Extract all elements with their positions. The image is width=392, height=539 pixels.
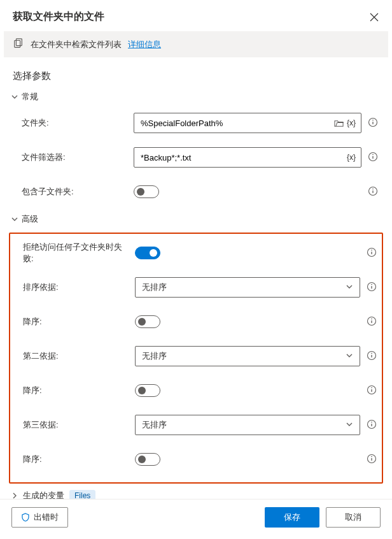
svg-point-22 [371, 352, 372, 354]
browse-folder-button[interactable] [333, 119, 346, 128]
row-folder: 文件夹: {x} [22, 110, 379, 136]
section-select-params: 选择参数 [13, 70, 379, 82]
help-include-sub[interactable] [368, 186, 378, 198]
row-desc1: 降序: [23, 309, 378, 334]
svg-rect-1 [16, 39, 22, 46]
chevron-down-icon [346, 283, 353, 292]
on-error-label: 出错时 [34, 512, 59, 523]
info-icon [367, 282, 377, 292]
dialog-body: 选择参数 常规 文件夹: {x} 文件筛选器: [0, 65, 392, 499]
group-label-generated-vars: 生成的变量 [23, 490, 64, 499]
group-label-general: 常规 [22, 91, 38, 103]
label-filter: 文件筛选器: [22, 152, 129, 163]
on-error-button[interactable]: 出错时 [11, 507, 68, 528]
label-sort-by: 排序依据: [23, 282, 130, 293]
row-third-by: 第三依据: 无排序 [23, 412, 378, 438]
close-icon [370, 13, 379, 22]
label-third-by: 第三依据: [23, 419, 130, 431]
toggle-include-sub[interactable] [134, 185, 159, 198]
help-fail-on-deny[interactable] [367, 247, 377, 259]
svg-point-16 [371, 284, 372, 285]
row-desc3: 降序: [23, 447, 378, 472]
chevron-down-icon [11, 215, 18, 224]
svg-point-25 [371, 387, 372, 388]
help-sort-by[interactable] [367, 282, 377, 294]
footer-right-buttons: 保存 取消 [265, 507, 381, 528]
folder-open-icon [334, 119, 344, 128]
info-icon [367, 419, 377, 429]
info-text: 在文件夹中检索文件列表 [31, 39, 122, 50]
info-icon [368, 152, 378, 162]
toggle-desc1[interactable] [135, 315, 160, 328]
select-sort-by[interactable]: 无排序 [135, 277, 360, 298]
svg-point-31 [371, 456, 372, 457]
help-folder[interactable] [368, 117, 378, 129]
help-second-by[interactable] [367, 350, 377, 363]
chevron-down-icon [346, 352, 353, 361]
help-filter[interactable] [368, 152, 378, 164]
folder-input[interactable] [141, 119, 333, 128]
info-icon [367, 247, 377, 257]
svg-point-10 [372, 188, 374, 189]
help-third-by[interactable] [367, 419, 377, 431]
cancel-button[interactable]: 取消 [326, 507, 381, 528]
chevron-down-icon [11, 92, 18, 102]
group-header-general[interactable]: 常规 [11, 91, 379, 103]
variable-pill-files[interactable]: Files [69, 490, 95, 499]
chevron-down-icon [346, 420, 353, 430]
filter-input[interactable] [141, 153, 346, 162]
save-button[interactable]: 保存 [265, 507, 319, 528]
info-icon [368, 186, 378, 196]
variable-picker-button[interactable]: {x} [346, 119, 357, 127]
svg-point-4 [372, 119, 374, 120]
dialog-title: 获取文件夹中的文件 [13, 10, 104, 24]
select-sort-by-value: 无排序 [142, 282, 167, 293]
group-header-generated-vars[interactable]: 生成的变量 Files [11, 490, 379, 499]
select-third-by-value: 无排序 [142, 419, 167, 431]
info-link[interactable]: 详细信息 [128, 39, 161, 50]
help-desc3[interactable] [367, 454, 377, 466]
label-desc1: 降序: [23, 316, 130, 327]
row-fail-on-deny: 拒绝访问任何子文件夹时失败: [23, 240, 378, 266]
variable-picker-button-filter[interactable]: {x} [346, 153, 357, 162]
svg-point-19 [371, 318, 372, 319]
toggle-desc2[interactable] [135, 384, 160, 397]
help-desc1[interactable] [367, 316, 377, 328]
select-second-by-value: 无排序 [142, 350, 167, 362]
filter-input-wrap: {x} [134, 147, 361, 168]
row-sort-by: 排序依据: 无排序 [23, 275, 378, 300]
chevron-right-icon [11, 491, 18, 499]
highlighted-section: 拒绝访问任何子文件夹时失败: 排序依据: 无排序 降序: [9, 233, 383, 484]
close-button[interactable] [369, 12, 379, 22]
group-header-advanced[interactable]: 高级 [11, 213, 379, 225]
select-second-by[interactable]: 无排序 [135, 346, 360, 366]
info-bar: 在文件夹中检索文件列表 详细信息 [4, 31, 388, 57]
info-icon [367, 316, 377, 326]
row-filter: 文件筛选器: {x} [22, 145, 379, 170]
row-include-sub: 包含子文件夹: [22, 179, 379, 205]
files-icon [13, 38, 24, 51]
svg-rect-0 [15, 41, 20, 48]
dialog-footer: 出错时 保存 取消 [0, 499, 392, 539]
svg-point-28 [371, 421, 372, 422]
info-icon [367, 385, 377, 395]
help-desc2[interactable] [367, 385, 377, 397]
info-icon [367, 454, 377, 464]
row-second-by: 第二依据: 无排序 [23, 343, 378, 369]
dialog-header: 获取文件夹中的文件 [0, 0, 392, 31]
svg-point-13 [371, 249, 372, 250]
info-icon [367, 350, 377, 361]
select-third-by[interactable]: 无排序 [135, 415, 360, 435]
folder-input-wrap: {x} [134, 113, 361, 133]
label-desc3: 降序: [23, 454, 130, 465]
label-include-sub: 包含子文件夹: [22, 186, 129, 198]
label-desc2: 降序: [23, 385, 130, 396]
toggle-desc3[interactable] [135, 453, 160, 466]
group-general: 文件夹: {x} 文件筛选器: {x} [13, 110, 379, 205]
info-icon [368, 117, 378, 127]
svg-point-7 [372, 154, 374, 155]
label-fail-on-deny: 拒绝访问任何子文件夹时失败: [23, 241, 130, 264]
row-desc2: 降序: [23, 378, 378, 403]
group-label-advanced: 高级 [22, 213, 38, 225]
toggle-fail-on-deny[interactable] [135, 247, 160, 259]
